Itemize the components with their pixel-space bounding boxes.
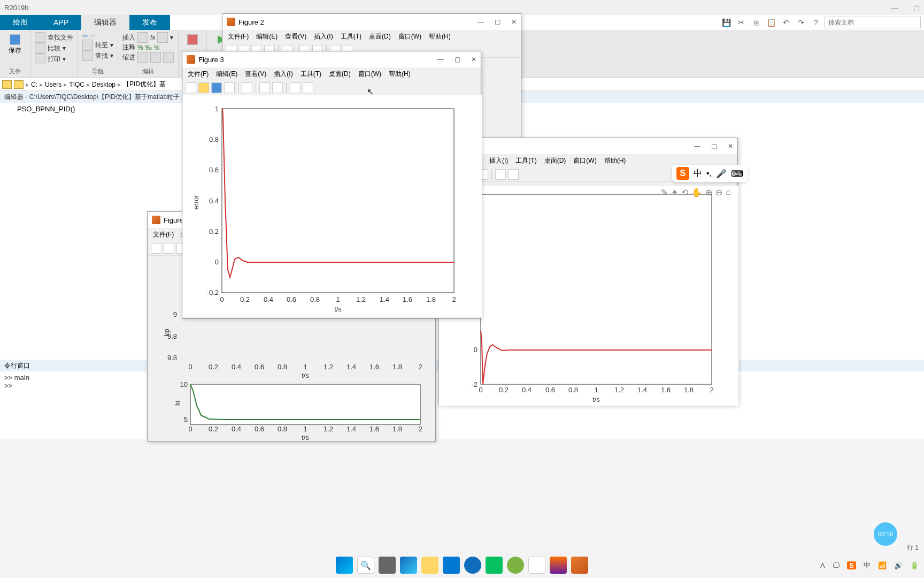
section-icon[interactable] xyxy=(137,32,148,43)
indent-icon[interactable] xyxy=(137,52,148,63)
minimize-button[interactable]: — xyxy=(891,4,898,12)
rotate-icon[interactable]: ⟲ xyxy=(681,187,688,197)
menu-window[interactable]: 窗口(W) xyxy=(398,32,421,41)
home-icon[interactable]: ⌂ xyxy=(726,187,731,197)
copy-icon[interactable]: ⎘ xyxy=(750,16,763,29)
app-1[interactable] xyxy=(550,557,567,574)
edge-app-2[interactable] xyxy=(464,557,481,574)
edge-app[interactable] xyxy=(400,557,417,574)
close-button[interactable]: ✕ xyxy=(471,56,476,63)
breakpoints-button[interactable] xyxy=(183,32,202,47)
new-icon[interactable] xyxy=(186,82,196,93)
compare-button[interactable]: 比较 ▾ xyxy=(35,43,73,54)
menu-edit[interactable]: 编辑(E) xyxy=(256,32,278,41)
menu-insert[interactable]: 插入(I) xyxy=(489,156,508,165)
path-seg[interactable]: 【PID优化】基 xyxy=(123,80,166,89)
save-button[interactable]: 保存 xyxy=(4,32,26,57)
find-button[interactable]: 查找 ▾ xyxy=(82,50,113,61)
maximize-button[interactable]: ▢ xyxy=(495,18,500,26)
figure3-window[interactable]: Figure 3 — ▢ ✕ 文件(F) 编辑(E) 查看(V) 插入(I) 工… xyxy=(182,51,481,318)
redo-icon[interactable]: ↷ xyxy=(795,16,807,29)
ime-keyboard-icon[interactable]: ⌨ xyxy=(731,169,743,179)
menu-tools[interactable]: 工具(T) xyxy=(515,156,536,165)
nav-back-button[interactable]: ⇦ ⇨ xyxy=(82,32,113,40)
ime-mic-icon[interactable]: 🎤 xyxy=(716,169,727,179)
menu-insert[interactable]: 插入(I) xyxy=(274,70,292,79)
path-seg[interactable]: C: xyxy=(31,81,37,88)
tray-sogou-icon[interactable]: S xyxy=(847,561,856,569)
menu-tools[interactable]: 工具(T) xyxy=(301,70,321,79)
menu-edit[interactable]: 编辑(E) xyxy=(216,70,237,79)
open-icon[interactable] xyxy=(198,82,209,93)
colorbar-icon[interactable] xyxy=(259,82,270,93)
plot-tools-icon[interactable] xyxy=(508,169,519,180)
zoom-out-icon[interactable]: ⊖ xyxy=(715,187,722,197)
menu-view[interactable]: 查看(V) xyxy=(245,70,266,79)
maximize-button[interactable]: ▢ xyxy=(455,56,460,63)
brush-icon[interactable]: ✎ xyxy=(661,187,668,197)
outdent-icon[interactable] xyxy=(150,52,161,63)
menu-tools[interactable]: 工具(T) xyxy=(341,32,361,41)
menu-help[interactable]: 帮助(H) xyxy=(429,32,451,41)
new-icon[interactable] xyxy=(151,243,161,254)
path-seg[interactable]: Users xyxy=(45,81,61,88)
path-seg[interactable]: TIQC xyxy=(69,81,84,88)
save-icon[interactable] xyxy=(211,82,222,93)
menu-file[interactable]: 文件(F) xyxy=(228,32,249,41)
tab-app[interactable]: APP xyxy=(41,15,81,30)
tab-plot[interactable]: 绘图 xyxy=(0,15,41,30)
start-button[interactable] xyxy=(336,557,353,574)
browser-app[interactable] xyxy=(507,557,524,574)
legend-icon[interactable] xyxy=(272,82,283,93)
maximize-button[interactable]: ▢ xyxy=(913,4,920,12)
matlab-app[interactable] xyxy=(571,557,588,574)
minimize-button[interactable]: — xyxy=(478,18,484,26)
tray-display-icon[interactable]: 🖵 xyxy=(833,561,840,569)
menu-help[interactable]: 帮助(H) xyxy=(604,156,626,165)
menu-desktop[interactable]: 桌面(D) xyxy=(329,70,351,79)
menu-file[interactable]: 文件(F) xyxy=(153,230,174,239)
menu-window[interactable]: 窗口(W) xyxy=(358,70,381,79)
search-input[interactable] xyxy=(825,17,921,28)
pan-icon[interactable]: ✋ xyxy=(691,187,702,197)
datatip-icon[interactable]: ✦ xyxy=(671,187,678,197)
link-icon[interactable] xyxy=(242,82,252,93)
ime-punct-icon[interactable]: •, xyxy=(706,169,712,178)
plot-tools-icon[interactable] xyxy=(303,82,313,93)
ime-lang[interactable]: 中 xyxy=(694,168,702,179)
taskview-button[interactable] xyxy=(379,557,396,574)
tray-volume-icon[interactable]: 🔊 xyxy=(894,561,903,569)
search-button[interactable]: 🔍 xyxy=(357,557,374,574)
menu-window[interactable]: 窗口(W) xyxy=(573,156,596,165)
wechat-app[interactable] xyxy=(486,557,503,574)
ime-bar[interactable]: S 中 •, 🎤 ⌨ xyxy=(672,165,748,182)
save-icon[interactable]: 💾 xyxy=(720,16,733,29)
explorer-app[interactable] xyxy=(421,557,438,574)
tray-chevron-icon[interactable]: ᐱ xyxy=(820,561,825,569)
smart-indent-icon[interactable] xyxy=(163,52,174,63)
menu-desktop[interactable]: 桌面(D) xyxy=(544,156,566,165)
find-files-button[interactable]: 查找文件 xyxy=(35,32,73,43)
menu-help[interactable]: 帮助(H) xyxy=(389,70,411,79)
minimize-button[interactable]: — xyxy=(437,56,444,63)
zoom-in-icon[interactable]: ⊕ xyxy=(705,187,712,197)
tab-publish[interactable]: 发布 xyxy=(129,15,170,30)
undo-icon[interactable]: ↶ xyxy=(780,16,792,29)
tray-battery-icon[interactable]: 🔋 xyxy=(910,561,919,569)
menu-view[interactable]: 查看(V) xyxy=(285,32,306,41)
cursor-icon[interactable] xyxy=(290,82,301,93)
path-seg[interactable]: Desktop xyxy=(92,81,116,88)
goto-button[interactable]: 转至 ▾ xyxy=(82,40,113,50)
menu-insert[interactable]: 插入(I) xyxy=(314,32,333,41)
menu-file[interactable]: 文件(F) xyxy=(188,70,209,79)
tab-editor[interactable]: 编辑器 xyxy=(81,15,129,30)
close-button[interactable]: ✕ xyxy=(728,142,733,150)
recording-timer[interactable]: 00:16 xyxy=(874,522,897,546)
maximize-button[interactable]: ▢ xyxy=(711,142,717,150)
print-button[interactable]: 打印 ▾ xyxy=(35,54,73,64)
tray-wifi-icon[interactable]: 📶 xyxy=(878,561,887,569)
menu-desktop[interactable]: 桌面(D) xyxy=(369,32,391,41)
help-icon[interactable]: ? xyxy=(810,16,822,29)
cut-icon[interactable]: ✂ xyxy=(735,16,748,29)
tray-ime-icon[interactable]: 中 xyxy=(864,560,871,570)
